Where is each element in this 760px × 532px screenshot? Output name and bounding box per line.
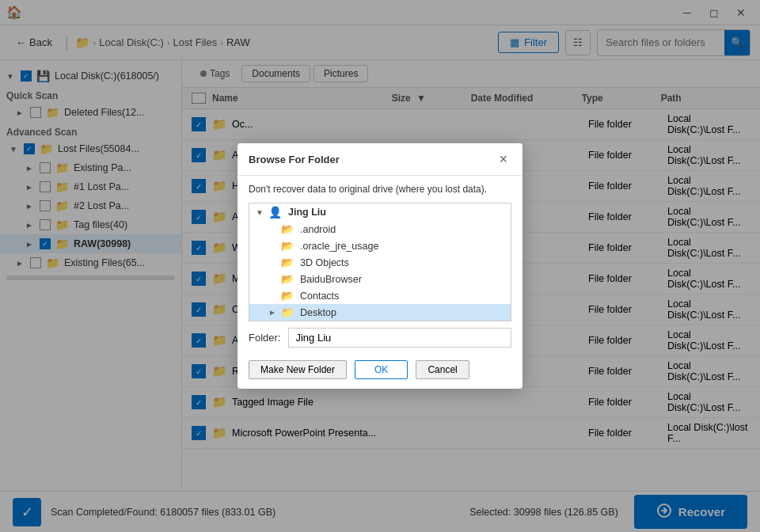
modal-title: Browse For Folder — [249, 154, 340, 165]
tree-item-baidu[interactable]: 📂 BaiduBrowser — [249, 271, 511, 287]
modal-warning: Don't recover data to original drive (wh… — [238, 176, 522, 203]
tree-item-root[interactable]: ▼ 👤 Jing Liu — [249, 203, 511, 221]
tree-item-3d[interactable]: 📂 3D Objects — [249, 254, 511, 271]
folder-tree[interactable]: ▼ 👤 Jing Liu 📂 .android 📂 .oracle_jre_us… — [249, 203, 511, 321]
user-icon: 👤 — [268, 206, 282, 218]
tree-root-label: Jing Liu — [288, 207, 326, 218]
folder-icon-contacts: 📂 — [281, 290, 294, 302]
tree-android-label: .android — [300, 224, 336, 235]
tree-item-android[interactable]: 📂 .android — [249, 221, 511, 238]
modal-header: Browse For Folder ✕ — [238, 143, 522, 176]
tree-item-oracle[interactable]: 📂 .oracle_jre_usage — [249, 238, 511, 254]
cancel-button[interactable]: Cancel — [416, 360, 469, 379]
browse-folder-dialog: Browse For Folder ✕ Don't recover data t… — [238, 143, 522, 389]
tree-item-contacts[interactable]: 📂 Contacts — [249, 287, 511, 304]
folder-path-input[interactable] — [288, 328, 511, 348]
modal-footer: Make New Folder OK Cancel — [238, 354, 522, 389]
ok-button[interactable]: OK — [355, 360, 408, 379]
tree-oracle-label: .oracle_jre_usage — [300, 241, 378, 252]
folder-icon-android: 📂 — [281, 223, 294, 235]
modal-close-button[interactable]: ✕ — [496, 151, 511, 167]
tree-contacts-label: Contacts — [300, 291, 339, 302]
folder-icon-3d: 📂 — [281, 256, 294, 268]
folder-input-row: Folder: — [238, 321, 522, 354]
folder-icon-oracle: 📂 — [281, 240, 294, 252]
expand-icon-desktop: ► — [268, 308, 278, 317]
tree-3d-label: 3D Objects — [300, 257, 349, 268]
folder-label: Folder: — [249, 332, 280, 344]
modal-overlay: Browse For Folder ✕ Don't recover data t… — [0, 0, 760, 532]
make-new-folder-button[interactable]: Make New Folder — [249, 360, 347, 379]
folder-icon-desktop: 📁 — [281, 306, 294, 318]
tree-desktop-label: Desktop — [300, 307, 336, 318]
tree-baidu-label: BaiduBrowser — [300, 274, 362, 285]
tree-item-desktop[interactable]: ► 📁 Desktop — [249, 304, 511, 321]
folder-icon-baidu: 📂 — [281, 273, 294, 285]
expand-icon-root: ▼ — [256, 208, 265, 217]
